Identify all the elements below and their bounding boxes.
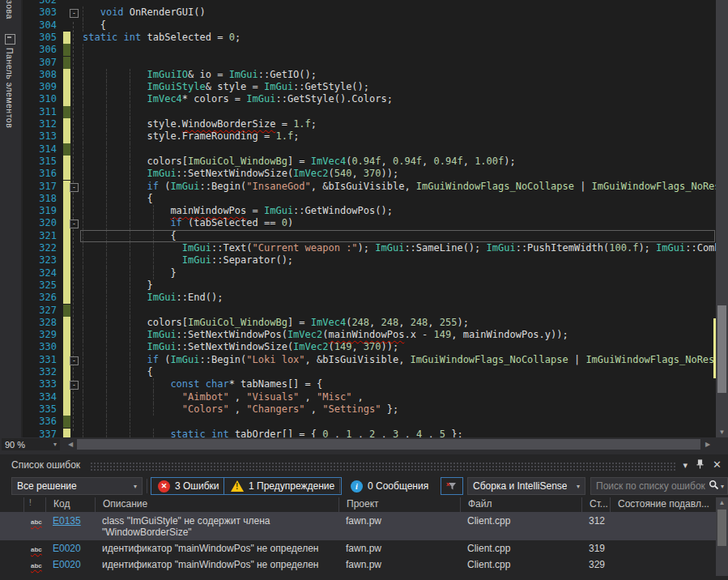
code-line[interactable]: 324 }	[23, 267, 728, 279]
code-line[interactable]: 329 ImGui::SetNextWindowPos(ImVec2(mainW…	[23, 329, 728, 341]
code-line[interactable]: 327	[23, 305, 728, 317]
code-line[interactable]: 305static int tabSelected = 0;	[23, 32, 728, 44]
code-line[interactable]: 325 }	[23, 279, 728, 292]
pin-icon[interactable]	[696, 459, 705, 471]
error-code-link[interactable]: E0020	[53, 543, 81, 554]
search-input[interactable]: Поиск по списку ошибок ▾	[590, 477, 728, 495]
fold-collapse-box[interactable]: -	[70, 220, 79, 228]
scroll-right-arrow-icon[interactable]: ▶	[705, 441, 710, 448]
code-line[interactable]: 313 style.FrameRounding = 1.f;	[23, 130, 728, 143]
code-line[interactable]: 310 ImVec4* colors = ImGui::GetStyle().C…	[23, 93, 728, 105]
code-editor[interactable]: 302303- void OnRenderGUI()304 {305static…	[23, 0, 728, 437]
code-line[interactable]: 312 style.WindowBorderSize = 1.f;	[23, 118, 728, 130]
column-file[interactable]: Файл	[460, 497, 581, 512]
error-code-link[interactable]: E0020	[53, 559, 81, 570]
error-table-row[interactable]: abcE0020идентификатор "mainWindowPos" не…	[0, 557, 716, 573]
clear-filter-button[interactable]: x	[441, 477, 463, 495]
row-select-cell[interactable]	[0, 557, 23, 561]
column-line[interactable]: Ст...	[581, 497, 610, 512]
toolbar-separator	[339, 479, 340, 493]
change-tracking-bar	[63, 292, 70, 304]
code-line[interactable]: 302	[23, 0, 728, 6]
code-line[interactable]: 309 ImGuiStyle& style = ImGui::GetStyle(…	[23, 81, 728, 93]
zoom-level-combo[interactable]: 90 % ▾	[2, 438, 60, 450]
row-select-cell[interactable]	[0, 540, 23, 545]
change-tracking-bar	[63, 317, 70, 329]
scroll-left-arrow-icon[interactable]: ◀	[68, 441, 73, 448]
column-description[interactable]: Описание	[95, 497, 338, 512]
warnings-toggle-button[interactable]: 1 Предупреждение	[224, 477, 342, 495]
code-line[interactable]: 307	[23, 57, 728, 69]
code-line[interactable]: 319 mainWindowPos = ImGui::GetWindowPos(…	[23, 205, 728, 217]
scroll-up-arrow-icon[interactable]: ▲	[716, 499, 728, 506]
build-intellisense-dropdown[interactable]: Сборка и IntelliSense ▾	[467, 477, 585, 495]
code-line[interactable]: 334 "Aimbot" , "Visuals" , "Misc" ,	[23, 391, 728, 403]
row-suppression-cell	[610, 540, 716, 545]
row-select-cell[interactable]	[0, 513, 23, 518]
chevron-down-icon[interactable]: ▾	[721, 483, 724, 490]
code-line[interactable]: 332 {	[23, 366, 728, 378]
errors-toggle-button[interactable]: ✕ 3 Ошибки	[151, 477, 227, 495]
editor-bottom-bar: 90 % ▾ ◀ ▶	[0, 437, 728, 451]
fold-collapse-box[interactable]: -	[70, 381, 79, 390]
code-line[interactable]: 336	[23, 416, 728, 428]
column-code[interactable]: Код	[45, 497, 95, 512]
zoom-level-value: 90 %	[5, 440, 25, 450]
code-line[interactable]: 323 ImGui::Separator();	[23, 254, 728, 267]
row-code-cell: E0135	[45, 513, 95, 529]
tab-toolbox[interactable]: Панель элементов	[5, 48, 15, 128]
code-line[interactable]: 304 {	[23, 19, 728, 32]
error-table-row[interactable]: abcE0020идентификатор "mainWindowPos" не…	[0, 540, 716, 557]
tab-call-hierarchy-fragment[interactable]: зова	[5, 0, 15, 31]
column-severity[interactable]: !	[23, 497, 45, 512]
search-placeholder: Поиск по списку ошибок	[596, 480, 707, 492]
table-vertical-scrollbar[interactable]: ▲	[716, 497, 728, 576]
scroll-down-arrow-icon[interactable]: ▼	[716, 429, 728, 436]
indent-guide	[83, 44, 83, 56]
column-select[interactable]	[0, 497, 23, 512]
code-line[interactable]: 306	[23, 44, 728, 56]
table-scrollbar-thumb[interactable]	[717, 510, 726, 546]
code-line[interactable]: 331- if (ImGui::Begin("Loki lox", &bIsGu…	[23, 354, 728, 366]
code-line[interactable]: 320- if (tabSelected == 0)	[23, 217, 728, 229]
column-project[interactable]: Проект	[338, 497, 460, 512]
code-line[interactable]: 322 ImGui::Text("Current weapon :"); ImG…	[23, 242, 728, 254]
change-tracking-bar	[63, 106, 70, 118]
messages-toggle-button[interactable]: i 0 Сообщения	[343, 477, 436, 495]
indent-guide	[106, 106, 107, 118]
close-icon[interactable]: ✕	[713, 460, 722, 470]
line-number: 306	[29, 44, 57, 55]
code-line[interactable]: 317- if (ImGui::Begin("InsaneGod", &bIsG…	[23, 181, 728, 193]
code-line[interactable]: 308 ImGuiIO& io = ImGui::GetIO();	[23, 69, 728, 81]
error-table-row[interactable]: abcE0135class "ImGuiStyle" не содержит ч…	[0, 513, 716, 540]
window-position-chevron-icon[interactable]: ▾	[683, 460, 688, 470]
code-line[interactable]: 303- void OnRenderGUI()	[23, 6, 728, 19]
code-line[interactable]: 318 {	[23, 193, 728, 205]
fold-collapse-box[interactable]: -	[70, 183, 79, 192]
error-code-link[interactable]: E0135	[53, 515, 81, 527]
row-line-cell: 329	[581, 557, 610, 573]
line-number: 322	[29, 242, 57, 254]
code-line[interactable]: 314	[23, 143, 728, 156]
row-description-cell: идентификатор "mainWindowPos" не определ…	[95, 540, 338, 557]
code-line[interactable]: 330 ImGui::SetNextWindowSize(ImVec2(149,…	[23, 341, 728, 353]
code-line[interactable]: 315 colors[ImGuiCol_WindowBg] = ImVec4(0…	[23, 156, 728, 168]
code-line[interactable]: 335 "Colors" , "Changers" , "Settings" }…	[23, 403, 728, 416]
code-line[interactable]: 328 colors[ImGuiCol_WindowBg] = ImVec4(2…	[23, 317, 728, 329]
vertical-scrollbar-thumb[interactable]	[717, 305, 726, 393]
scope-dropdown[interactable]: Все решение ▾	[11, 477, 143, 495]
code-line[interactable]: 316 ImGui::SetNextWindowSize(ImVec2(540,…	[23, 168, 728, 180]
fold-collapse-box[interactable]: -	[70, 356, 79, 365]
code-line[interactable]: 337 static int tabOrder[] = { 0 , 1 , 2 …	[23, 429, 728, 438]
row-code-cell: E0020	[45, 540, 95, 557]
code-text: static int tabOrder[] = { 0 , 1 , 2 , 3 …	[83, 429, 463, 438]
code-line[interactable]: 326 ImGui::End();	[23, 292, 728, 304]
code-line[interactable]: 311	[23, 106, 728, 118]
column-suppression[interactable]: Состояние подавл...	[610, 497, 716, 512]
fold-collapse-box[interactable]: -	[70, 9, 79, 18]
change-tracking-bar	[63, 254, 70, 267]
code-line[interactable]: 333- const char* tabNames[] = {	[23, 378, 728, 390]
error-list-title-bar[interactable]: Список ошибок ▾ ✕	[0, 454, 728, 476]
editor-vertical-scrollbar[interactable]: ▼	[716, 0, 728, 437]
horizontal-scrollbar-thumb[interactable]	[77, 439, 700, 450]
